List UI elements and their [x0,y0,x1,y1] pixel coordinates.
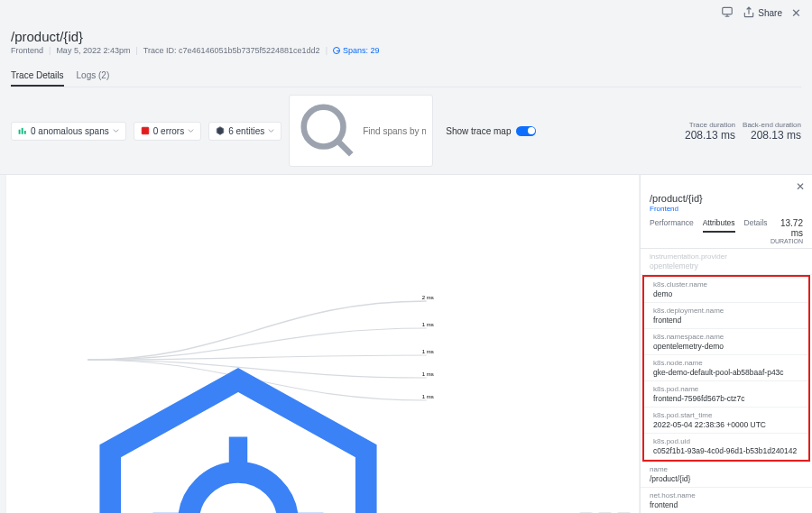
trace-map-toggle[interactable] [516,126,536,136]
trace-map-viz[interactable]: 2 ms 1 ms 1 ms 1 ms 1 ms Frontend (7x1xx… [5,175,640,513]
attribute-row: net.host.namefrontend [641,488,812,513]
attribute-row: k8s.pod.start_time2022-05-04 22:38:36 +0… [644,408,808,434]
svg-rect-2 [22,128,23,134]
svg-rect-0 [723,7,733,14]
trace-duration-metric: Trace duration 208.13 ms [685,121,735,142]
svg-text:1 ms: 1 ms [422,394,434,399]
share-button[interactable]: Share [743,6,782,19]
entities-chip[interactable]: 6 entities [208,122,281,141]
attribute-row: instrumentation.provider opentelemetry [641,249,812,275]
panel-close-icon[interactable]: ✕ [796,180,805,193]
panel-service[interactable]: Frontend [650,205,803,213]
crumb-spans[interactable]: Spans: 29 [333,46,380,55]
svg-text:1 ms: 1 ms [422,371,434,377]
tab-logs-[interactable]: Logs (2) [77,66,110,87]
search-input[interactable] [363,126,426,136]
close-icon[interactable]: ✕ [791,6,801,20]
attribute-row: k8s.node.namegke-demo-default-pool-ab58b… [644,355,808,381]
svg-rect-3 [24,131,26,134]
clock-icon [333,47,340,54]
svg-marker-5 [217,127,224,135]
attribute-row: k8s.namespace.nameopentelemetry-demo [644,329,808,355]
crumb-datetime: May 5, 2022 2:43pm [56,46,130,55]
share-label: Share [758,8,782,18]
side-tab-attributes[interactable]: Attributes [703,218,735,233]
search-icon [296,99,359,162]
tab-trace-details[interactable]: Trace Details [11,66,64,87]
k8s-attributes-highlight: k8s.cluster.namedemok8s.deployment.namef… [642,275,810,462]
attribute-row: k8s.pod.uidc052f1b1-93a9-4c0d-96d1-b53b1… [644,434,808,460]
trace-node-frontend[interactable]: Frontend (7x1xx) [68,352,409,513]
crumb-service: Frontend [11,46,43,55]
breadcrumb: Frontend | May 5, 2022 2:43pm | Trace ID… [11,46,801,55]
svg-text:2 ms: 2 ms [422,295,434,300]
backend-duration-metric: Back-end duration 208.13 ms [743,121,801,142]
feedback-icon[interactable] [721,5,734,20]
chevron-down-icon [113,129,119,133]
side-tab-details[interactable]: Details [744,218,768,233]
errors-chip[interactable]: 0 errors [134,122,201,141]
attribute-row: k8s.cluster.namedemo [644,277,808,303]
duration-metric: 13.72 ms DURATION [768,218,803,244]
trace-map-label: Show trace map [446,126,511,136]
chevron-down-icon [268,129,274,133]
search-input-wrap[interactable] [289,95,433,167]
svg-text:1 ms: 1 ms [422,349,434,354]
attributes-panel: ✕ /product/{id} Frontend PerformanceAttr… [640,175,812,513]
crumb-trace-id: Trace ID: c7e46146051b5b7375f5224881ce1d… [143,46,320,55]
svg-rect-1 [19,130,21,134]
side-tab-performance[interactable]: Performance [650,218,694,233]
page-title: /product/{id} [11,29,801,44]
anomalous-chip[interactable]: 0 anomalous spans [11,122,126,141]
chevron-down-icon [188,129,194,133]
attribute-row: name/product/{id} [641,462,812,488]
svg-point-6 [304,107,344,147]
panel-title: /product/{id} [650,193,803,204]
attribute-row: k8s.deployment.namefrontend [644,303,808,329]
svg-text:1 ms: 1 ms [422,322,434,327]
attribute-row: k8s.pod.namefrontend-7596fd567b-ctz7c [644,381,808,408]
